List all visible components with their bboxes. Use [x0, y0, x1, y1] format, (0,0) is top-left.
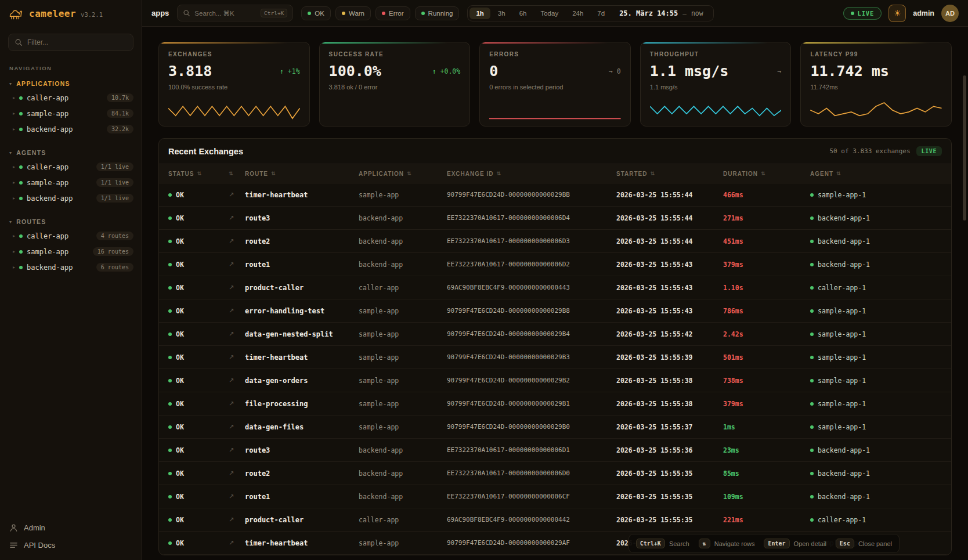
- sidebar-item-sample-app[interactable]: ▸sample-app16 routes: [0, 244, 142, 259]
- column-header-exchange-id[interactable]: EXCHANGE ID⇅: [447, 171, 616, 177]
- table-row[interactable]: OK↗route3backend-appEE7322370A10617-0000…: [159, 439, 951, 462]
- started-cell: 2026-03-25 15:55:43: [616, 261, 723, 269]
- global-search[interactable]: Ctrl+K: [177, 5, 293, 21]
- sidebar: cameleer v3.2.1 NAVIGATION ▾APPLICATIONS…: [0, 0, 142, 560]
- filter-chip-warn[interactable]: Warn: [335, 6, 371, 20]
- filter-chip-running[interactable]: Running: [415, 6, 460, 20]
- table-row[interactable]: OK↗file-processingsample-app90799F47E6CD…: [159, 392, 951, 416]
- stat-card-errors[interactable]: ERRORS0→ 00 errors in selected period: [479, 42, 631, 127]
- table-row[interactable]: OK↗timer-heartbeatsample-app90799F47E6CD…: [159, 346, 951, 369]
- table-row[interactable]: OK↗data-gen-orderssample-app90799F47E6CD…: [159, 369, 951, 392]
- sidebar-section-header[interactable]: ▾AGENTS: [0, 146, 142, 159]
- agent-cell: sample-app-1: [810, 330, 942, 338]
- sidebar-item-caller-app[interactable]: ▸caller-app10.7k: [0, 90, 142, 106]
- open-detail-icon[interactable]: ↗: [229, 307, 245, 315]
- column-header-route[interactable]: ROUTE⇅: [245, 171, 359, 177]
- open-detail-icon[interactable]: ↗: [229, 400, 245, 407]
- user-icon: [9, 523, 18, 532]
- avatar[interactable]: AD: [941, 5, 959, 22]
- open-detail-icon[interactable]: ↗: [229, 261, 245, 268]
- table-row[interactable]: OK↗route1backend-appEE7322370A10617-0000…: [159, 253, 951, 276]
- sidebar-item-backend-app[interactable]: ▸backend-app32.2k: [0, 121, 142, 137]
- stat-cards: EXCHANGES3.818↑ +1%100.0% success rateSU…: [158, 42, 952, 127]
- agent-status-dot: [810, 449, 814, 452]
- table-row[interactable]: OK↗product-callercaller-app69AC90BF8EBC4…: [159, 276, 951, 299]
- time-range-3h[interactable]: 3h: [492, 8, 512, 19]
- stat-card-exchanges[interactable]: EXCHANGES3.818↑ +1%100.0% success rate: [158, 42, 310, 127]
- live-indicator[interactable]: LIVE: [843, 7, 882, 20]
- time-range-6h[interactable]: 6h: [513, 8, 533, 19]
- stat-value-row: 3.818↑ +1%: [168, 63, 300, 80]
- filter-input[interactable]: [27, 38, 127, 46]
- open-detail-icon[interactable]: ↗: [229, 493, 245, 500]
- scrollbar[interactable]: [963, 56, 966, 557]
- time-range-1h[interactable]: 1h: [469, 8, 490, 19]
- open-detail-icon[interactable]: ↗: [229, 469, 245, 477]
- duration-cell: 85ms: [723, 469, 810, 478]
- table-row[interactable]: OK↗route3backend-appEE7322370A10617-0000…: [159, 207, 951, 230]
- sidebar-item-backend-app[interactable]: ▸backend-app6 routes: [0, 259, 142, 275]
- column-header-status[interactable]: STATUS⇅: [168, 171, 229, 177]
- column-header-application[interactable]: APPLICATION⇅: [359, 171, 447, 177]
- status-dot: [19, 234, 23, 238]
- open-detail-icon[interactable]: ↗: [229, 237, 245, 245]
- table-row[interactable]: OK↗route2backend-appEE7322370A10617-0000…: [159, 462, 951, 485]
- sidebar-item-backend-app[interactable]: ▸backend-app1/1 live: [0, 190, 142, 206]
- scrollbar-thumb[interactable]: [963, 75, 966, 221]
- open-detail-icon[interactable]: ↗: [229, 191, 245, 198]
- table-row[interactable]: OK↗product-callercaller-app69AC90BF8EBC4…: [159, 508, 951, 532]
- open-detail-icon[interactable]: ↗: [229, 377, 245, 384]
- nav-sections: ▾APPLICATIONS▸caller-app10.7k▸sample-app…: [0, 77, 142, 284]
- time-range-24h[interactable]: 24h: [566, 8, 590, 19]
- column-header-duration[interactable]: DURATION⇅: [723, 171, 810, 177]
- open-detail-icon[interactable]: ↗: [229, 353, 245, 361]
- table-row[interactable]: OK↗route1backend-appEE7322370A10617-0000…: [159, 485, 951, 508]
- open-detail-icon[interactable]: ↗: [229, 214, 245, 222]
- open-detail-icon[interactable]: ↗: [229, 284, 245, 291]
- open-detail-icon[interactable]: ↗: [229, 423, 245, 431]
- table-row[interactable]: OK↗error-handling-testsample-app90799F47…: [159, 299, 951, 323]
- open-detail-icon[interactable]: ↗: [229, 516, 245, 523]
- sidebar-section-header[interactable]: ▾APPLICATIONS: [0, 77, 142, 90]
- sidebar-item-caller-app[interactable]: ▸caller-app4 routes: [0, 228, 142, 244]
- status-cell: OK: [168, 469, 229, 478]
- sidebar-item-label: sample-app: [27, 179, 92, 187]
- agent-cell: sample-app-1: [810, 191, 942, 199]
- column-header-link[interactable]: ⇅: [229, 171, 245, 176]
- agent-cell: backend-app-1: [810, 493, 942, 501]
- time-range-7d[interactable]: 7d: [591, 8, 611, 19]
- open-detail-icon[interactable]: ↗: [229, 446, 245, 454]
- navigation-label: NAVIGATION: [9, 65, 132, 71]
- open-detail-icon[interactable]: ↗: [229, 330, 245, 338]
- time-period[interactable]: 25. März 14:55 — now: [611, 9, 711, 17]
- stat-card-latency-p99[interactable]: LATENCY P9911.742 ms11.742ms: [800, 42, 952, 127]
- route-cell: route3: [245, 446, 359, 454]
- column-header-agent[interactable]: AGENT⇅: [810, 171, 942, 177]
- brand[interactable]: cameleer v3.2.1: [0, 0, 142, 27]
- search-input[interactable]: [194, 10, 257, 17]
- sidebar-item-admin[interactable]: Admin: [9, 523, 132, 532]
- application-cell: sample-app: [359, 400, 447, 408]
- sidebar-section-header[interactable]: ▾ROUTES: [0, 215, 142, 228]
- exchange-id-cell: EE7322370A10617-00000000000006D3: [447, 237, 616, 245]
- table-row[interactable]: OK↗data-gen-filessample-app90799F47E6CD2…: [159, 416, 951, 439]
- stat-card-success-rate[interactable]: SUCCESS RATE100.0%↑ +0.0%3.818 ok / 0 er…: [319, 42, 471, 127]
- sidebar-item-sample-app[interactable]: ▸sample-app1/1 live: [0, 175, 142, 190]
- open-detail-icon[interactable]: ↗: [229, 539, 245, 547]
- column-header-started[interactable]: STARTED⇅: [616, 171, 723, 177]
- sidebar-filter[interactable]: [8, 34, 133, 51]
- application-cell: sample-app: [359, 539, 447, 547]
- hint-label: Search: [669, 540, 689, 547]
- sidebar-item-api-docs[interactable]: API Docs: [9, 541, 132, 550]
- filter-chip-ok[interactable]: OK: [301, 6, 331, 20]
- stat-card-throughput[interactable]: THROUGHPUT1.1 msg/s→1.1 msg/s: [640, 42, 792, 127]
- time-range-today[interactable]: Today: [534, 8, 565, 19]
- sidebar-item-sample-app[interactable]: ▸sample-app84.1k: [0, 106, 142, 121]
- table-row[interactable]: OK↗route2backend-appEE7322370A10617-0000…: [159, 230, 951, 253]
- table-row[interactable]: OK↗timer-heartbeatsample-app90799F47E6CD…: [159, 183, 951, 207]
- filter-chip-error[interactable]: Error: [375, 6, 410, 20]
- sidebar-item-caller-app[interactable]: ▸caller-app1/1 live: [0, 159, 142, 175]
- theme-toggle-button[interactable]: ☀: [888, 5, 906, 22]
- table-row[interactable]: OK↗data-gen-nested-splitsample-app90799F…: [159, 323, 951, 346]
- status-label: OK: [176, 330, 184, 338]
